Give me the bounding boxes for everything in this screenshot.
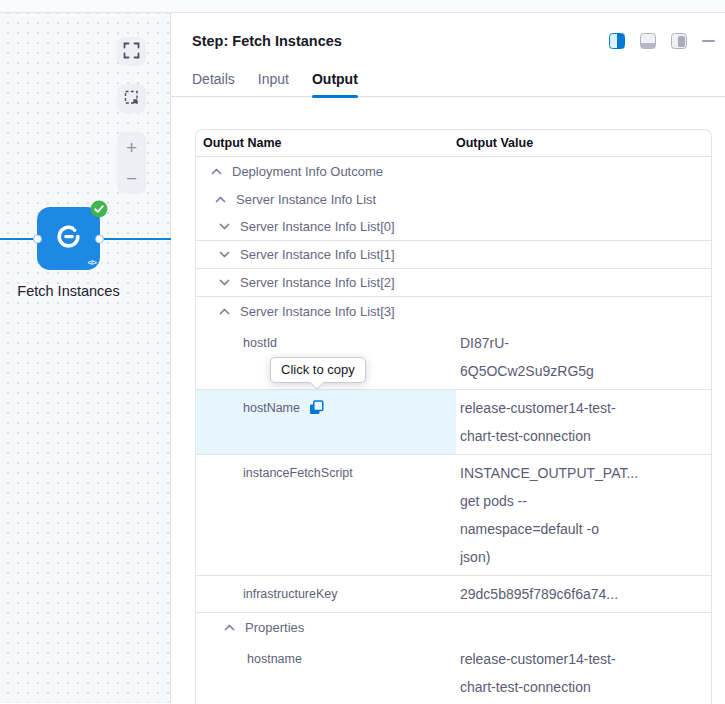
chevron-down-icon[interactable]	[219, 223, 230, 230]
output-table-header: Output Name Output Value	[196, 130, 711, 157]
node-label: Fetch Instances	[0, 283, 139, 299]
output-name-cell: hostname	[196, 641, 456, 704]
tab-output[interactable]: Output	[312, 71, 358, 96]
output-row-group[interactable]: Deployment Info Outcome	[196, 157, 711, 185]
panel-header-icons	[609, 33, 715, 49]
output-name-label: hostId	[243, 336, 277, 350]
minimize-icon[interactable]	[702, 40, 715, 42]
output-row-hostname: hostnamerelease-customer14-test-chart-te…	[196, 641, 711, 704]
output-row-group[interactable]: Server Instance Info List[1]	[196, 241, 711, 269]
output-value-line: INSTANCE_OUTPUT_PAT...	[460, 459, 703, 487]
output-value-line: json)	[460, 543, 703, 571]
output-name-label: hostName	[243, 401, 300, 415]
node-port-out[interactable]	[95, 234, 104, 243]
output-name-label: hostname	[247, 652, 302, 666]
code-icon: </>	[87, 258, 96, 267]
output-value-cell: DI87rU-6Q5OCw2Su9zRG5g	[456, 325, 711, 389]
success-check-icon	[90, 200, 108, 218]
chevron-up-icon[interactable]	[215, 196, 226, 203]
output-row-group[interactable]: Server Instance Info List[3]	[196, 297, 711, 325]
zoom-in-icon[interactable]: +	[126, 138, 137, 157]
fullscreen-button[interactable]	[117, 37, 146, 66]
output-value-line: 29dc5b895f789c6f6a74...	[460, 580, 703, 608]
output-name-cell: hostNameClick to copy	[196, 390, 456, 454]
output-name-cell: instanceFetchScript	[196, 455, 456, 575]
chevron-up-icon[interactable]	[224, 624, 235, 631]
app-top-bar	[0, 0, 725, 13]
chevron-down-icon[interactable]	[219, 251, 230, 258]
output-row-group[interactable]: Server Instance Info List[0]	[196, 213, 711, 241]
output-tab-content: Output Name Output Value Deployment Info…	[195, 129, 725, 704]
zoom-out-icon[interactable]: −	[126, 169, 137, 188]
chevron-up-icon[interactable]	[219, 308, 230, 315]
tab-bar: DetailsInputOutput	[171, 71, 725, 97]
panel-header: Step: Fetch Instances	[192, 33, 715, 49]
output-value-cell: release-customer14-test-chart-test-conne…	[456, 641, 711, 704]
group-label: Deployment Info Outcome	[232, 164, 383, 179]
output-row-infrastructureKey: infrastructureKey29dc5b895f789c6f6a74...	[196, 576, 711, 613]
group-label: Properties	[245, 620, 304, 635]
split-view-bottom-icon[interactable]	[640, 33, 656, 49]
group-label: Server Instance Info List[2]	[240, 275, 395, 290]
output-value-line: DI87rU-	[460, 329, 703, 357]
output-value-line: namespace=default -o	[460, 515, 703, 543]
output-row-hostName: hostNameClick to copyrelease-customer14-…	[196, 390, 711, 455]
pipeline-canvas[interactable]: + − </> Fetch Instances	[0, 13, 171, 703]
marquee-select-icon	[124, 90, 139, 108]
group-label: Server Instance Info List[0]	[240, 219, 395, 234]
output-row-group[interactable]: Server Instance Info List	[196, 185, 711, 213]
tab-input[interactable]: Input	[258, 71, 289, 96]
group-label: Server Instance Info List	[236, 192, 376, 207]
zoom-controls: + −	[117, 132, 146, 194]
split-view-docked-icon[interactable]	[671, 33, 687, 49]
column-header-output-value: Output Value	[456, 136, 533, 150]
split-view-right-icon[interactable]	[609, 33, 625, 49]
group-label: Server Instance Info List[3]	[240, 304, 395, 319]
chevron-down-icon[interactable]	[219, 279, 230, 286]
step-details-panel: Step: Fetch Instances DetailsInputOutput…	[171, 13, 725, 703]
output-value-cell: 29dc5b895f789c6f6a74...	[456, 576, 711, 612]
output-row-group[interactable]: Properties	[196, 613, 711, 641]
column-header-output-name: Output Name	[196, 136, 456, 150]
output-value-line: release-customer14-test-	[460, 394, 703, 422]
harness-step-icon	[55, 223, 82, 254]
output-value-line: chart-test-connection	[460, 422, 703, 450]
panel-title: Step: Fetch Instances	[192, 33, 342, 49]
output-value-line: 6Q5OCw2Su9zRG5g	[460, 357, 703, 385]
output-table: Output Name Output Value Deployment Info…	[195, 129, 712, 704]
output-value-line: release-customer14-test-	[460, 645, 703, 673]
output-name-label: infrastructureKey	[243, 587, 337, 601]
output-row-group[interactable]: Server Instance Info List[2]	[196, 269, 711, 297]
output-row-instanceFetchScript: instanceFetchScriptINSTANCE_OUTPUT_PAT..…	[196, 455, 711, 576]
output-name-cell: infrastructureKey	[196, 576, 456, 612]
output-value-line: chart-test-connection	[460, 673, 703, 701]
copy-tooltip: Click to copy	[270, 357, 366, 383]
step-node-fetch-instances[interactable]: </>	[37, 207, 100, 270]
output-value-line: get pods --	[460, 487, 703, 515]
group-label: Server Instance Info List[1]	[240, 247, 395, 262]
fullscreen-icon	[123, 42, 140, 62]
output-value-cell: release-customer14-test-chart-test-conne…	[456, 390, 711, 454]
tab-details[interactable]: Details	[192, 71, 235, 96]
node-port-in[interactable]	[33, 234, 42, 243]
copy-icon[interactable]	[309, 400, 324, 415]
marquee-select-button[interactable]	[117, 84, 146, 113]
output-value-cell: INSTANCE_OUTPUT_PAT...get pods --namespa…	[456, 455, 711, 575]
output-name-label: instanceFetchScript	[243, 466, 353, 480]
chevron-up-icon[interactable]	[211, 168, 222, 175]
output-table-body: Deployment Info OutcomeServer Instance I…	[196, 157, 711, 704]
